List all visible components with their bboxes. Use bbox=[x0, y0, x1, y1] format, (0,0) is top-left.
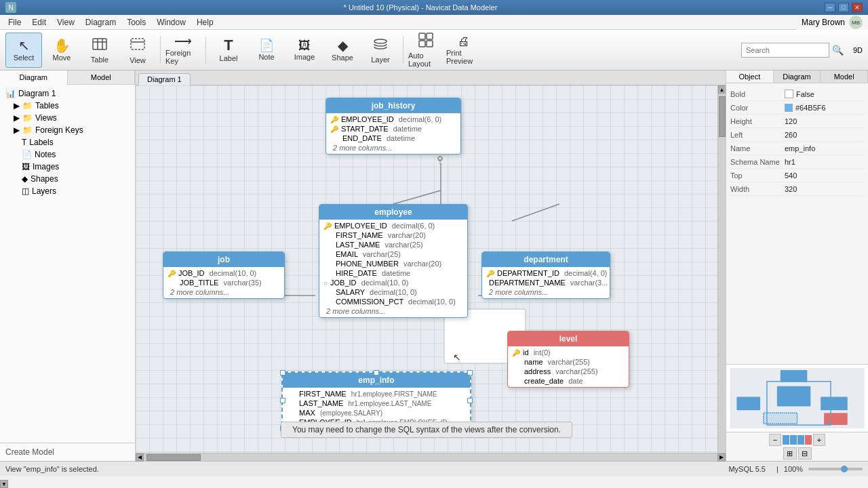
zoom-thumb[interactable] bbox=[841, 466, 848, 472]
prop-width-label: Width bbox=[730, 185, 785, 193]
canvas[interactable]: job_history 🔑 EMPLOYEE_ID decimal(6, 0) … bbox=[136, 85, 717, 453]
table-job-history[interactable]: job_history 🔑 EMPLOYEE_ID decimal(6, 0) … bbox=[326, 98, 461, 155]
bold-checkbox[interactable] bbox=[785, 89, 793, 98]
key-icon: 🔑 bbox=[512, 349, 520, 357]
table-row: address varchar(255) bbox=[508, 367, 629, 376]
prop-bold: Bold False bbox=[730, 87, 864, 101]
zoom-out-button[interactable]: − bbox=[769, 434, 781, 446]
prop-bold-value: False bbox=[785, 89, 864, 98]
toolbar-table-button[interactable]: Table bbox=[81, 33, 118, 68]
table-employee[interactable]: employee 🔑 EMPLOYEE_ID decimal(6, 0) FIR… bbox=[319, 204, 468, 318]
toolbar-layer-button[interactable]: Layer bbox=[362, 33, 399, 68]
right-tab-model[interactable]: Model bbox=[821, 70, 868, 83]
menu-file[interactable]: File bbox=[3, 16, 26, 28]
prop-width-value: 320 bbox=[785, 185, 864, 193]
color-swatch[interactable] bbox=[785, 104, 793, 112]
tree-foreignkeys[interactable]: ▶ 📁 Foreign Keys bbox=[3, 124, 132, 136]
svg-rect-30 bbox=[826, 414, 834, 420]
toolbar-view-button[interactable]: View bbox=[119, 33, 156, 68]
shape-label: Shape bbox=[332, 54, 353, 62]
handle-ml[interactable] bbox=[280, 398, 285, 403]
toolbar-image-button[interactable]: 🖼 Image bbox=[286, 33, 323, 68]
tree-tables[interactable]: ▶ 📁 Tables bbox=[3, 100, 132, 112]
grid-view-button[interactable]: ⊟ bbox=[798, 447, 812, 460]
toolbar-select-button[interactable]: ↖ Select bbox=[5, 33, 42, 68]
minimap-svg bbox=[726, 365, 868, 432]
tree-shapes[interactable]: ◆ Shapes bbox=[3, 173, 132, 185]
menu-diagram[interactable]: Diagram bbox=[80, 16, 121, 28]
sidebar-tab-diagram[interactable]: Diagram bbox=[0, 70, 68, 85]
toolbar-fk-button[interactable]: ⟶ Foreign Key bbox=[165, 33, 201, 68]
toolbar-label-button[interactable]: T Label bbox=[210, 33, 247, 68]
table-department[interactable]: department 🔑 DEPARTMENT_ID decimal(4, 0)… bbox=[481, 251, 610, 299]
tables-folder-icon: 📁 bbox=[22, 101, 33, 110]
zoom-slider-area bbox=[783, 435, 812, 445]
toolbar-autolayout-button[interactable]: Auto Layout bbox=[408, 33, 444, 68]
prop-schema-value: hr1 bbox=[785, 158, 864, 166]
canvas-wrapper: job_history 🔑 EMPLOYEE_ID decimal(6, 0) … bbox=[136, 85, 726, 461]
table-job-header: job bbox=[163, 252, 284, 267]
canvas-scroll-right-button[interactable]: ▶ bbox=[717, 453, 726, 462]
tree-images[interactable]: 🖼 Images bbox=[3, 161, 132, 173]
zoom-in-button[interactable]: + bbox=[813, 434, 825, 446]
statusbar: View "emp_info" is selected. MySQL 5.5 |… bbox=[0, 461, 868, 476]
menu-view[interactable]: View bbox=[52, 16, 80, 28]
tree-views[interactable]: ▶ 📁 Views bbox=[3, 112, 132, 124]
table-job-body: 🔑 JOB_ID decimal(10, 0) JOB_TITLE varcha… bbox=[163, 267, 284, 298]
shape-icon: ◆ bbox=[338, 39, 348, 52]
prop-color-value[interactable]: #64B5F6 bbox=[785, 104, 864, 112]
select-icon: ↖ bbox=[18, 39, 30, 52]
layer-label: Layer bbox=[371, 56, 390, 64]
toolbar-print-button[interactable]: 🖨 Print Preview bbox=[446, 33, 482, 68]
create-model-button[interactable]: Create Model bbox=[0, 443, 135, 461]
toolbar-sep2 bbox=[205, 37, 206, 64]
hscroll-thumb[interactable] bbox=[146, 454, 201, 461]
menu-help[interactable]: Help bbox=[191, 16, 219, 28]
right-tab-diagram[interactable]: Diagram bbox=[774, 70, 821, 83]
toolbar-note-button[interactable]: 📄 Note bbox=[248, 33, 285, 68]
tree-labels[interactable]: T Labels bbox=[3, 136, 132, 148]
handle-tl[interactable] bbox=[280, 370, 285, 375]
canvas-vscroll-thumb[interactable] bbox=[719, 96, 726, 137]
prop-left: Left 260 bbox=[730, 128, 864, 142]
menu-window[interactable]: Window bbox=[151, 16, 191, 28]
right-tab-object[interactable]: Object bbox=[726, 70, 774, 83]
handle-tm[interactable] bbox=[374, 370, 379, 375]
tree-notes[interactable]: 📄 Notes bbox=[3, 148, 132, 161]
menu-tools[interactable]: Tools bbox=[121, 16, 151, 28]
canvas-vscrollbar[interactable]: ▲ ▼ bbox=[717, 85, 726, 453]
table-label: Table bbox=[91, 56, 108, 64]
view-label: View bbox=[130, 56, 146, 64]
note-label: Note bbox=[258, 53, 274, 61]
table-icon bbox=[92, 36, 108, 54]
autolayout-label: Auto Layout bbox=[408, 52, 443, 68]
canvas-scroll-up-button[interactable]: ▲ bbox=[718, 85, 726, 94]
diagram-tab-1[interactable]: Diagram 1 bbox=[138, 73, 191, 85]
zoom-slider[interactable] bbox=[808, 468, 863, 470]
handle-mr[interactable] bbox=[467, 398, 473, 403]
menu-edit[interactable]: Edit bbox=[26, 16, 52, 28]
sidebar-tree: 📊 Diagram 1 ▶ 📁 Tables ▶ 📁 Views ▶ 📁 For… bbox=[0, 85, 135, 443]
table-level[interactable]: level 🔑 id int(0) name varchar(255) bbox=[507, 331, 629, 388]
toolbar-shape-button[interactable]: ◆ Shape bbox=[324, 33, 361, 68]
tree-diagram1[interactable]: 📊 Diagram 1 bbox=[3, 87, 132, 100]
view-toggle-buttons: ⊞ ⊟ bbox=[783, 447, 812, 460]
canvas-scroll-left-button[interactable]: ◀ bbox=[136, 453, 144, 462]
views-folder-icon: 📁 bbox=[22, 113, 33, 123]
search-input[interactable] bbox=[741, 43, 829, 58]
close-button[interactable]: ✕ bbox=[852, 3, 863, 12]
handle-tr[interactable] bbox=[467, 370, 473, 375]
tree-layers[interactable]: ◫ Layers bbox=[3, 185, 132, 197]
fit-view-button[interactable]: ⊞ bbox=[783, 447, 797, 460]
search-icon[interactable]: 🔍 bbox=[832, 45, 844, 56]
diagram-icon: 📊 bbox=[5, 89, 16, 98]
canvas-scroll-down-button[interactable]: ▼ bbox=[0, 480, 8, 488]
maximize-button[interactable]: □ bbox=[838, 3, 849, 12]
sidebar-tab-model[interactable]: Model bbox=[68, 70, 136, 84]
svg-line-19 bbox=[512, 204, 559, 221]
minimize-button[interactable]: ─ bbox=[825, 3, 835, 12]
canvas-hscrollbar[interactable]: ◀ ▶ bbox=[136, 453, 726, 461]
toolbar-move-button[interactable]: ✋ Move bbox=[43, 33, 80, 68]
diagram-area: Diagram 1 bbox=[136, 70, 726, 461]
table-job[interactable]: job 🔑 JOB_ID decimal(10, 0) JOB_TITLE va… bbox=[163, 251, 285, 299]
